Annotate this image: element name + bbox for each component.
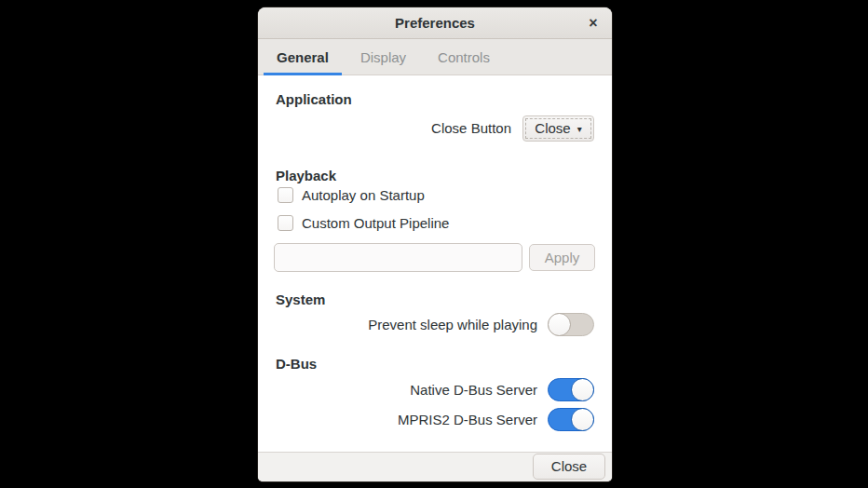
toggle-knob: [571, 378, 594, 401]
close-dialog-button[interactable]: Close: [533, 454, 605, 480]
tab-bar: General Display Controls: [258, 39, 612, 75]
native-dbus-toggle[interactable]: [548, 378, 594, 401]
preferences-dialog: Preferences × General Display Controls A…: [258, 7, 612, 481]
prevent-sleep-row: Prevent sleep while playing: [368, 313, 594, 336]
native-dbus-label: Native D-Bus Server: [410, 382, 537, 398]
autoplay-label: Autoplay on Startup: [302, 187, 425, 203]
tab-general[interactable]: General: [264, 39, 342, 75]
window-title: Preferences: [395, 15, 475, 31]
mpris-dbus-toggle[interactable]: [548, 408, 594, 431]
tab-display[interactable]: Display: [347, 39, 419, 75]
pipeline-input[interactable]: [274, 243, 522, 272]
close-button-dropdown-value: Close: [535, 120, 570, 136]
chevron-down-icon: ▾: [577, 124, 582, 134]
pipeline-label: Custom Output Pipeline: [302, 215, 449, 231]
autoplay-checkbox[interactable]: [278, 187, 293, 203]
close-button-dropdown[interactable]: Close ▾: [522, 115, 594, 142]
application-section-heading: Application: [276, 91, 352, 107]
titlebar[interactable]: Preferences ×: [258, 7, 612, 39]
dialog-action-area: Close: [258, 452, 612, 481]
general-tab-content: Application Close Button Close ▾ Playbac…: [258, 75, 612, 452]
pipeline-checkbox[interactable]: [278, 215, 293, 231]
tab-general-label: General: [277, 49, 329, 65]
toggle-knob: [571, 408, 594, 431]
system-section-heading: System: [276, 291, 325, 307]
pipeline-checkbox-row[interactable]: Custom Output Pipeline: [278, 215, 449, 231]
tab-controls-label: Controls: [438, 49, 490, 65]
autoplay-checkbox-row[interactable]: Autoplay on Startup: [278, 187, 425, 203]
prevent-sleep-label: Prevent sleep while playing: [368, 317, 537, 332]
apply-button[interactable]: Apply: [529, 244, 595, 271]
prevent-sleep-toggle[interactable]: [548, 313, 594, 336]
close-icon[interactable]: ×: [582, 12, 604, 34]
close-button-row: Close Button Close ▾: [431, 115, 594, 142]
mpris-dbus-label: MPRIS2 D-Bus Server: [398, 412, 537, 427]
mpris-dbus-row: MPRIS2 D-Bus Server: [398, 408, 594, 431]
toggle-knob: [548, 313, 571, 336]
playback-section-heading: Playback: [276, 168, 336, 183]
close-button-label: Close Button: [431, 120, 511, 136]
tab-display-label: Display: [360, 49, 406, 65]
dbus-section-heading: D-Bus: [276, 356, 317, 372]
native-dbus-row: Native D-Bus Server: [410, 378, 594, 401]
tab-controls[interactable]: Controls: [425, 39, 503, 75]
